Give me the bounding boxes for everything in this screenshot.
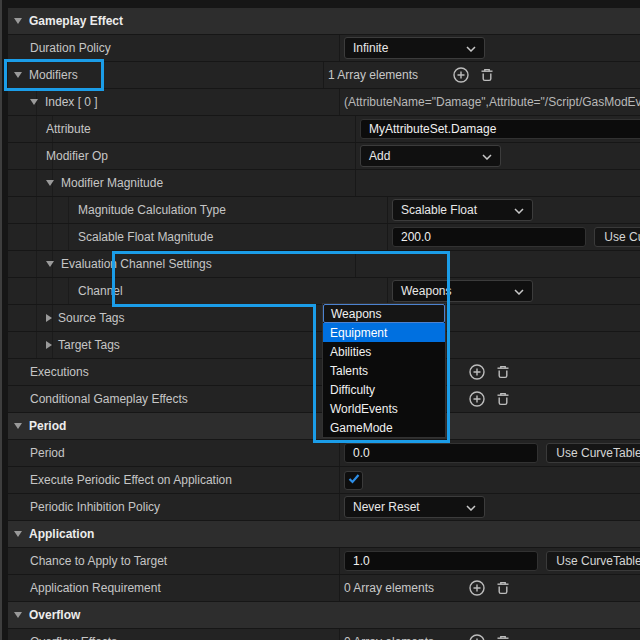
row-execute-periodic-effect[interactable]: Execute Periodic Effect on Application — [8, 467, 640, 494]
dropdown-item-difficulty[interactable]: Difficulty — [323, 380, 445, 399]
property-label: Periodic Inhibition Policy — [30, 500, 160, 514]
expand-arrow-icon[interactable] — [14, 423, 22, 429]
category-label: Gameplay Effect — [29, 14, 123, 28]
dropdown-value: Infinite — [353, 41, 388, 55]
use-curvetable-button[interactable]: Use CurveTable... — [594, 227, 640, 247]
chevron-down-icon — [482, 149, 492, 163]
row-channel[interactable]: Channel Weapons — [8, 278, 640, 305]
row-period[interactable]: Period 0.0 Use CurveTable... — [8, 440, 640, 467]
channel-dropdown[interactable]: Weapons — [392, 280, 533, 302]
row-scalable-float-magnitude[interactable]: Scalable Float Magnitude 200.0 Use Curve… — [8, 224, 640, 251]
dropdown-item-label: WorldEvents — [330, 402, 398, 416]
delete-elements-button[interactable] — [494, 390, 512, 408]
dropdown-item-weapons[interactable]: Weapons — [323, 304, 445, 323]
collapsed-arrow-icon[interactable] — [46, 341, 52, 349]
row-periodic-inhibition-policy[interactable]: Periodic Inhibition Policy Never Reset — [8, 494, 640, 521]
category-label: Overflow — [29, 608, 80, 622]
expand-arrow-icon[interactable] — [46, 261, 54, 267]
dropdown-item-label: Difficulty — [330, 383, 375, 397]
property-label: Overflow Effects — [30, 635, 117, 640]
dropdown-item-label: Weapons — [331, 307, 381, 321]
property-label: Executions — [30, 365, 89, 379]
magnitude-calculation-dropdown[interactable]: Scalable Float — [392, 199, 533, 221]
collapsed-arrow-icon[interactable] — [46, 314, 52, 322]
modifier-op-dropdown[interactable]: Add — [360, 145, 501, 167]
dropdown-item-label: GameMode — [330, 421, 393, 435]
add-element-button[interactable] — [468, 363, 486, 381]
add-element-button[interactable] — [468, 579, 486, 597]
dropdown-item-label: Talents — [330, 364, 368, 378]
dropdown-item-worldevents[interactable]: WorldEvents — [323, 399, 445, 418]
channel-dropdown-menu: Weapons Equipment Abilities Talents Diff… — [322, 303, 446, 438]
row-attribute[interactable]: Attribute MyAttributeSet.Damage — [8, 116, 640, 143]
property-label: Modifiers — [29, 68, 78, 82]
expand-arrow-icon[interactable] — [14, 531, 22, 537]
property-label: Attribute — [46, 122, 91, 136]
add-element-button[interactable] — [452, 66, 470, 84]
use-curvetable-button[interactable]: Use CurveTable... — [546, 443, 640, 463]
row-chance-to-apply[interactable]: Chance to Apply to Target 1.0 Use CurveT… — [8, 548, 640, 575]
property-label: Evaluation Channel Settings — [61, 257, 212, 271]
execute-periodic-checkbox[interactable] — [344, 471, 363, 490]
array-count: 0 Array elements — [344, 635, 434, 640]
expand-arrow-icon[interactable] — [14, 72, 22, 78]
delete-elements-button[interactable] — [494, 579, 512, 597]
property-label: Scalable Float Magnitude — [78, 230, 213, 244]
category-gameplay-effect[interactable]: Gameplay Effect — [8, 8, 640, 35]
row-modifier-op[interactable]: Modifier Op Add — [8, 143, 640, 170]
row-application-requirement[interactable]: Application Requirement 0 Array elements — [8, 575, 640, 602]
array-count: 0 Array elements — [344, 581, 434, 595]
dropdown-value: Weapons — [401, 284, 451, 298]
input-value: 1.0 — [353, 554, 370, 568]
period-value-input[interactable]: 0.0 — [344, 443, 538, 463]
magnitude-value-input[interactable]: 200.0 — [392, 227, 586, 247]
dropdown-item-equipment[interactable]: Equipment — [323, 323, 445, 342]
input-value: MyAttributeSet.Damage — [369, 122, 496, 136]
attribute-input[interactable]: MyAttributeSet.Damage — [360, 119, 640, 139]
button-label: Use CurveTable... — [604, 230, 640, 244]
property-label: Magnitude Calculation Type — [78, 203, 226, 217]
category-label: Period — [29, 419, 66, 433]
dropdown-item-abilities[interactable]: Abilities — [323, 342, 445, 361]
use-curvetable-button[interactable]: Use CurveTable... — [546, 551, 640, 571]
row-index-0[interactable]: Index [ 0 ] (AttributeName="Damage",Attr… — [8, 89, 640, 116]
chevron-down-icon — [514, 284, 524, 298]
property-label: Duration Policy — [30, 41, 111, 55]
panel-splitter[interactable] — [0, 0, 2, 640]
delete-elements-button[interactable] — [494, 633, 512, 640]
dropdown-value: Add — [369, 149, 390, 163]
dropdown-item-label: Equipment — [330, 326, 387, 340]
add-element-button[interactable] — [468, 390, 486, 408]
add-element-button[interactable] — [468, 633, 486, 640]
row-evaluation-channel-settings[interactable]: Evaluation Channel Settings — [8, 251, 640, 278]
dropdown-value: Never Reset — [353, 500, 420, 514]
row-modifiers[interactable]: Modifiers 1 Array elements — [8, 62, 640, 89]
input-value: 0.0 — [353, 446, 370, 460]
row-modifier-magnitude[interactable]: Modifier Magnitude — [8, 170, 640, 197]
chance-value-input[interactable]: 1.0 — [344, 551, 538, 571]
property-label: Chance to Apply to Target — [30, 554, 167, 568]
chevron-down-icon — [514, 203, 524, 217]
expand-arrow-icon[interactable] — [14, 18, 22, 24]
dropdown-item-gamemode[interactable]: GameMode — [323, 418, 445, 437]
expand-arrow-icon[interactable] — [30, 99, 38, 105]
row-duration-policy[interactable]: Duration Policy Infinite — [8, 35, 640, 62]
row-overflow-effects[interactable]: Overflow Effects 0 Array elements — [8, 629, 640, 640]
expand-arrow-icon[interactable] — [14, 612, 22, 618]
expand-arrow-icon[interactable] — [46, 180, 54, 186]
property-label: Index [ 0 ] — [45, 95, 98, 109]
dropdown-value: Scalable Float — [401, 203, 477, 217]
button-label: Use CurveTable... — [556, 446, 640, 460]
delete-elements-button[interactable] — [494, 363, 512, 381]
chevron-down-icon — [466, 500, 476, 514]
duration-policy-dropdown[interactable]: Infinite — [344, 37, 485, 59]
row-magnitude-calculation-type[interactable]: Magnitude Calculation Type Scalable Floa… — [8, 197, 640, 224]
property-label: Conditional Gameplay Effects — [30, 392, 188, 406]
input-value: 200.0 — [401, 230, 431, 244]
dropdown-item-talents[interactable]: Talents — [323, 361, 445, 380]
category-overflow[interactable]: Overflow — [8, 602, 640, 629]
struct-preview-text: (AttributeName="Damage",Attribute="/Scri… — [344, 95, 640, 109]
delete-elements-button[interactable] — [478, 66, 496, 84]
periodic-inhibition-dropdown[interactable]: Never Reset — [344, 496, 485, 518]
category-application[interactable]: Application — [8, 521, 640, 548]
